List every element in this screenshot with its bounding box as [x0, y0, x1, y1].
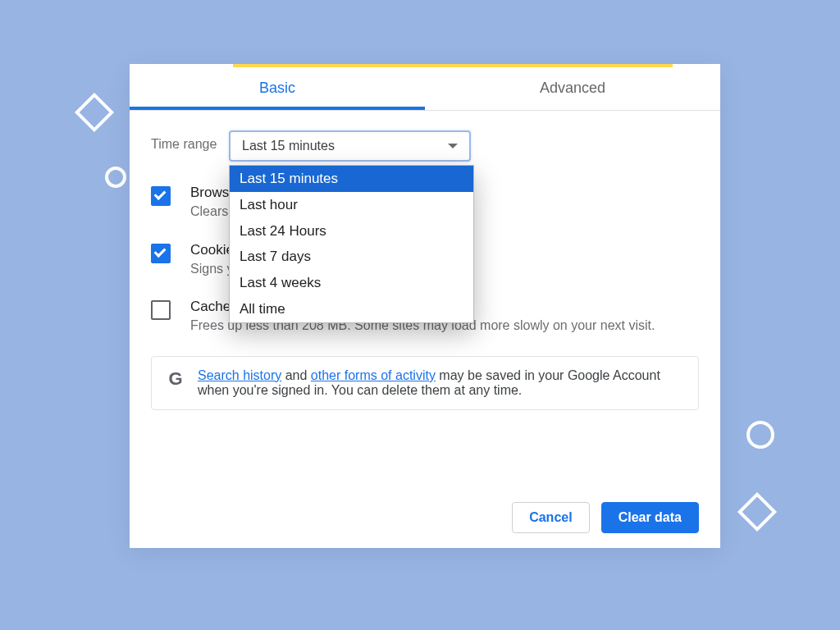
time-range-dropdown: Last 15 minutes Last hour Last 24 Hours …	[229, 165, 474, 323]
google-logo-icon: G	[165, 370, 186, 388]
link-other-activity[interactable]: other forms of activity	[311, 368, 436, 382]
checkbox-cookies[interactable]	[151, 244, 171, 263]
option-last-15-minutes[interactable]: Last 15 minutes	[230, 166, 473, 192]
tab-bar: Basic Advanced	[130, 69, 720, 111]
decoration-circle	[746, 421, 774, 449]
tab-basic[interactable]: Basic	[130, 69, 425, 110]
info-text: Search history and other forms of activi…	[198, 368, 685, 398]
time-range-label: Time range	[151, 130, 229, 152]
tab-advanced[interactable]: Advanced	[425, 69, 720, 110]
option-last-hour[interactable]: Last hour	[230, 192, 473, 218]
checkbox-cached-images[interactable]	[151, 300, 171, 320]
option-last-7-days[interactable]: Last 7 days	[230, 244, 473, 270]
clear-data-button[interactable]: Clear data	[601, 502, 699, 533]
link-search-history[interactable]: Search history	[198, 368, 281, 382]
option-last-24-hours[interactable]: Last 24 Hours	[230, 218, 473, 244]
decoration-circle	[105, 167, 126, 188]
decoration-diamond	[737, 492, 777, 532]
checkbox-browsing-history[interactable]	[151, 186, 171, 206]
clear-browsing-data-dialog: Basic Advanced Time range Last 15 minute…	[130, 64, 720, 548]
option-last-4-weeks[interactable]: Last 4 weeks	[230, 270, 473, 296]
top-accent-bar	[233, 64, 673, 67]
time-range-value: Last 15 minutes	[242, 139, 448, 153]
time-range-select[interactable]: Last 15 minutes Last 15 minutes Last hou…	[229, 130, 471, 162]
option-all-time[interactable]: All time	[230, 296, 473, 322]
google-account-info: G Search history and other forms of acti…	[151, 356, 699, 410]
cancel-button[interactable]: Cancel	[512, 502, 589, 533]
dialog-footer: Cancel Clear data	[512, 502, 699, 533]
decoration-diamond	[75, 93, 114, 132]
chevron-down-icon	[448, 144, 458, 148]
